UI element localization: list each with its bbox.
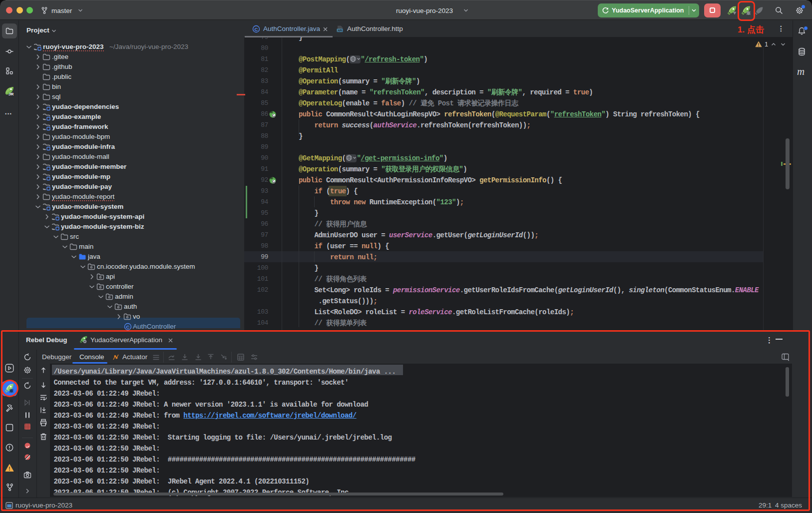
svg-text:JR: JR — [8, 92, 13, 96]
svg-text:API: API — [338, 29, 342, 32]
